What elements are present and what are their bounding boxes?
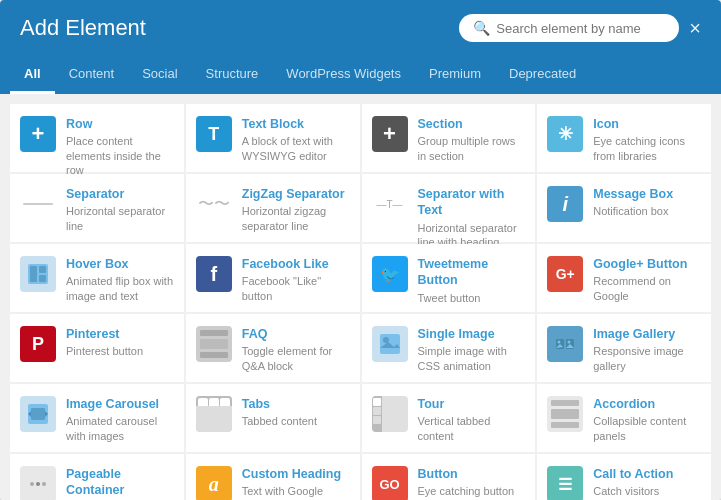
accordion-icon xyxy=(547,396,583,432)
element-name: Image Gallery xyxy=(593,326,701,342)
add-element-modal: Add Element 🔍 × All Content Social Struc… xyxy=(0,0,721,500)
modal-header: Add Element 🔍 × xyxy=(0,0,721,56)
svg-rect-3 xyxy=(39,275,46,282)
element-name: Tweetmeme Button xyxy=(418,256,526,289)
element-desc: Eye catching button xyxy=(418,484,515,498)
search-box[interactable]: 🔍 xyxy=(459,14,679,42)
tab-content[interactable]: Content xyxy=(55,56,129,94)
element-desc: Tabbed content xyxy=(242,414,317,428)
tab-structure[interactable]: Structure xyxy=(192,56,273,94)
element-desc: Animated flip box with image and text xyxy=(66,274,174,303)
element-name: Accordion xyxy=(593,396,701,412)
cta-icon: ☰ xyxy=(547,466,583,500)
element-name: Pinterest xyxy=(66,326,143,342)
element-name: Separator xyxy=(66,186,174,202)
element-desc: Recommend on Google xyxy=(593,274,701,303)
single-image-icon xyxy=(372,326,408,362)
element-name: Tabs xyxy=(242,396,317,412)
element-pinterest[interactable]: P Pinterest Pinterest button xyxy=(10,314,184,382)
tab-all[interactable]: All xyxy=(10,56,55,94)
svg-point-12 xyxy=(568,341,571,344)
element-name: Button xyxy=(418,466,515,482)
element-icon[interactable]: ✳ Icon Eye catching icons from libraries xyxy=(537,104,711,172)
element-name: Row xyxy=(66,116,174,132)
close-button[interactable]: × xyxy=(689,18,701,38)
search-input[interactable] xyxy=(496,21,665,36)
element-google-plus[interactable]: G+ Google+ Button Recommend on Google xyxy=(537,244,711,312)
element-desc: Notification box xyxy=(593,204,673,218)
element-name: Section xyxy=(418,116,526,132)
element-name: Hover Box xyxy=(66,256,174,272)
separator-icon xyxy=(20,186,56,222)
element-name: Separator with Text xyxy=(418,186,526,219)
element-name: Image Carousel xyxy=(66,396,174,412)
element-text-block[interactable]: T Text Block A block of text with WYSIWY… xyxy=(186,104,360,172)
element-tabs[interactable]: Tabs Tabbed content xyxy=(186,384,360,452)
element-zigzag[interactable]: 〜〜 ZigZag Separator Horizontal zigzag se… xyxy=(186,174,360,242)
element-desc: Eye catching icons from libraries xyxy=(593,134,701,163)
element-message-box[interactable]: i Message Box Notification box xyxy=(537,174,711,242)
element-row[interactable]: + Row Place content elements inside the … xyxy=(10,104,184,172)
element-faq[interactable]: FAQ Toggle element for Q&A block xyxy=(186,314,360,382)
svg-point-10 xyxy=(558,341,561,344)
element-section[interactable]: + Section Group multiple rows in section xyxy=(362,104,536,172)
twitter-icon: 🐦 xyxy=(372,256,408,292)
element-name: Call to Action xyxy=(593,466,701,482)
pageable-icon xyxy=(20,466,56,500)
element-name: Custom Heading xyxy=(242,466,350,482)
element-separator[interactable]: Separator Horizontal separator line xyxy=(10,174,184,242)
element-desc: Horizontal separator line xyxy=(66,204,174,233)
elements-grid: + Row Place content elements inside the … xyxy=(0,94,721,500)
element-image-gallery[interactable]: Image Gallery Responsive image gallery xyxy=(537,314,711,382)
element-desc: Simple image with CSS animation xyxy=(418,344,526,373)
element-name: Tour xyxy=(418,396,526,412)
tab-premium[interactable]: Premium xyxy=(415,56,495,94)
element-custom-heading[interactable]: a Custom Heading Text with Google fonts xyxy=(186,454,360,500)
tab-deprecated[interactable]: Deprecated xyxy=(495,56,590,94)
header-right: 🔍 × xyxy=(459,14,701,42)
text-block-icon: T xyxy=(196,116,232,152)
element-accordion[interactable]: Accordion Collapsible content panels xyxy=(537,384,711,452)
element-image-carousel[interactable]: Image Carousel Animated carousel with im… xyxy=(10,384,184,452)
element-desc: Animated carousel with images xyxy=(66,414,174,443)
pinterest-icon: P xyxy=(20,326,56,362)
element-single-image[interactable]: Single Image Simple image with CSS anima… xyxy=(362,314,536,382)
faq-icon xyxy=(196,326,232,362)
element-separator-text[interactable]: —T— Separator with Text Horizontal separ… xyxy=(362,174,536,242)
modal-title: Add Element xyxy=(20,15,146,41)
button-icon: GO xyxy=(372,466,408,500)
element-name: Facebook Like xyxy=(242,256,350,272)
element-desc: Group multiple rows in section xyxy=(418,134,526,163)
element-name: Text Block xyxy=(242,116,350,132)
hover-box-icon xyxy=(20,256,56,292)
element-desc: Toggle element for Q&A block xyxy=(242,344,350,373)
image-carousel-icon xyxy=(20,396,56,432)
tab-wordpress-widgets[interactable]: WordPress Widgets xyxy=(272,56,415,94)
google-plus-icon: G+ xyxy=(547,256,583,292)
element-button[interactable]: GO Button Eye catching button xyxy=(362,454,536,500)
element-desc: Pinterest button xyxy=(66,344,143,358)
row-icon: + xyxy=(20,116,56,152)
tab-social[interactable]: Social xyxy=(128,56,191,94)
element-name: Icon xyxy=(593,116,701,132)
element-name: Message Box xyxy=(593,186,673,202)
icon-icon: ✳ xyxy=(547,116,583,152)
element-tweetmeme[interactable]: 🐦 Tweetmeme Button Tweet button xyxy=(362,244,536,312)
svg-rect-2 xyxy=(39,266,46,273)
category-tabs: All Content Social Structure WordPress W… xyxy=(0,56,721,94)
element-name: ZigZag Separator xyxy=(242,186,350,202)
element-desc: Collapsible content panels xyxy=(593,414,701,443)
element-desc: Vertical tabbed content xyxy=(418,414,526,443)
element-tour[interactable]: Tour Vertical tabbed content xyxy=(362,384,536,452)
element-facebook-like[interactable]: f Facebook Like Facebook "Like" button xyxy=(186,244,360,312)
message-box-icon: i xyxy=(547,186,583,222)
element-call-to-action[interactable]: ☰ Call to Action Catch visitors attentio… xyxy=(537,454,711,500)
element-desc: Text with Google fonts xyxy=(242,484,350,500)
element-name: Single Image xyxy=(418,326,526,342)
image-gallery-icon xyxy=(547,326,583,362)
svg-rect-1 xyxy=(30,266,37,282)
element-hover-box[interactable]: Hover Box Animated flip box with image a… xyxy=(10,244,184,312)
element-pageable-container[interactable]: Pageable Container Pageable content cont… xyxy=(10,454,184,500)
zigzag-icon: 〜〜 xyxy=(196,186,232,222)
facebook-icon: f xyxy=(196,256,232,292)
